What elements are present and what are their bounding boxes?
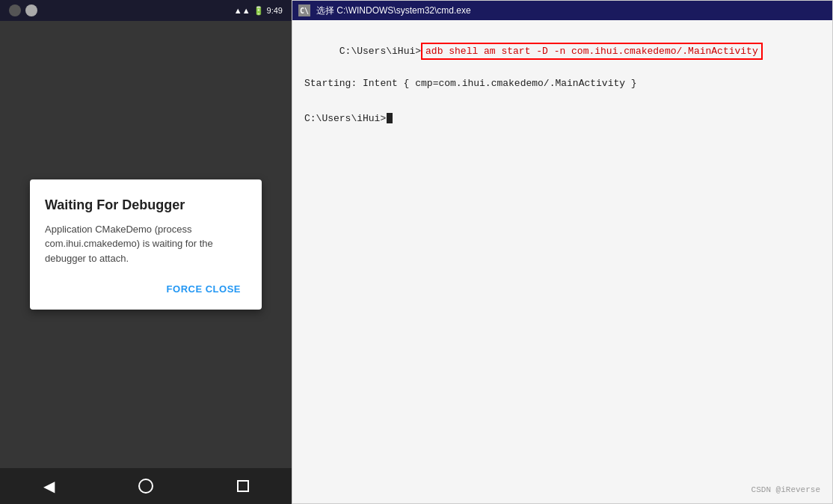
cmd-command-highlighted: adb shell am start -D -n com.ihui.cmaked…: [421, 43, 763, 60]
cmd-line-1: C:\Users\iHui>adb shell am start -D -n c…: [304, 29, 820, 73]
dialog-title: Waiting For Debugger: [45, 197, 247, 213]
dialog-message: Application CMakeDemo (process com.ihui.…: [45, 222, 247, 266]
android-emulator: ▲▲ 🔋 9:49 Waiting For Debugger Applicati…: [0, 0, 292, 504]
recent-square-icon: [237, 480, 249, 492]
nav-recent-button[interactable]: [228, 475, 258, 497]
cmd-line-2: Starting: Intent { cmp=com.ihui.cmakedem…: [304, 76, 820, 91]
cmd-prompt-1: C:\Users\iHui>: [339, 46, 421, 57]
cmd-body[interactable]: C:\Users\iHui>adb shell am start -D -n c…: [292, 20, 832, 503]
status-bar-right: ▲▲ 🔋 9:49: [234, 6, 283, 16]
cmd-line-blank: [304, 93, 820, 108]
android-main-content: Waiting For Debugger Application CMakeDe…: [0, 21, 292, 468]
cmd-icon: C\: [298, 4, 310, 16]
nav-back-button[interactable]: ◀: [34, 475, 64, 497]
cmd-titlebar[interactable]: C\ 选择 C:\WINDOWS\system32\cmd.exe: [292, 1, 832, 20]
cmd-title: 选择 C:\WINDOWS\system32\cmd.exe: [316, 4, 826, 17]
time-display: 9:49: [267, 6, 283, 15]
force-close-button[interactable]: FORCE CLOSE: [161, 280, 247, 298]
dialog-overlay: Waiting For Debugger Application CMakeDe…: [0, 21, 292, 468]
status-bar: ▲▲ 🔋 9:49: [0, 0, 292, 21]
status-bar-left: [9, 4, 37, 16]
android-icon-light: [25, 4, 37, 16]
android-icon-dark: [9, 4, 21, 16]
home-circle-icon: [138, 479, 153, 494]
cmd-prompt-3: C:\Users\iHui>: [304, 111, 386, 126]
dialog-buttons: FORCE CLOSE: [45, 280, 247, 298]
signal-icon: ▲▲: [234, 6, 250, 15]
cmd-window: C\ 选择 C:\WINDOWS\system32\cmd.exe C:\Use…: [292, 0, 833, 504]
battery-icon: 🔋: [253, 6, 264, 16]
cmd-cursor: [387, 113, 393, 123]
nav-home-button[interactable]: [131, 475, 161, 497]
android-nav-bar: ◀: [0, 468, 292, 504]
csdn-watermark: CSDN @iReverse: [751, 485, 820, 494]
waiting-for-debugger-dialog: Waiting For Debugger Application CMakeDe…: [30, 179, 262, 310]
cmd-line-3: C:\Users\iHui>: [304, 111, 820, 126]
